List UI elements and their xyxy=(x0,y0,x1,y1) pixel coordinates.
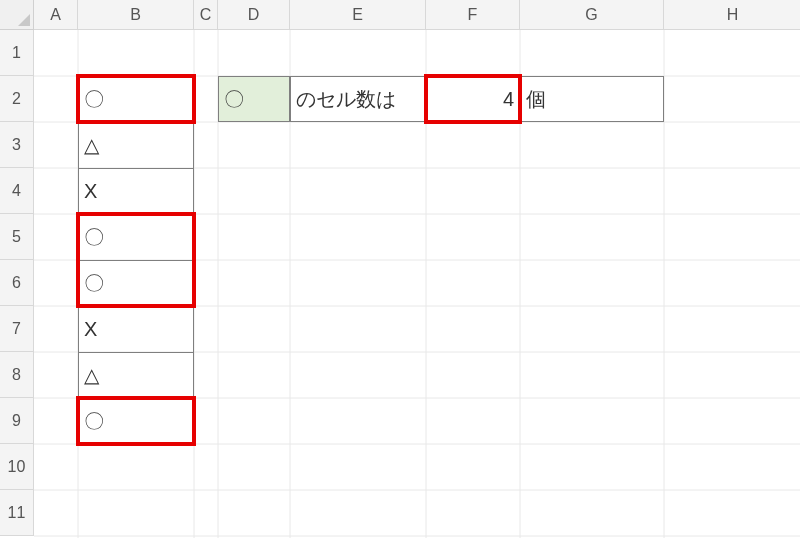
row-header-7[interactable]: 7 xyxy=(0,306,34,352)
col-header-E[interactable]: E xyxy=(290,0,426,30)
cell-B4[interactable]: X xyxy=(78,168,194,214)
row-header-6[interactable]: 6 xyxy=(0,260,34,306)
cell-E2[interactable]: のセル数は xyxy=(290,76,426,122)
cell-G2[interactable]: 個 xyxy=(520,76,664,122)
row-header-4[interactable]: 4 xyxy=(0,168,34,214)
cell-B8[interactable]: △ xyxy=(78,352,194,398)
col-header-F[interactable]: F xyxy=(426,0,520,30)
row-header-2[interactable]: 2 xyxy=(0,76,34,122)
cell-B5[interactable]: 〇 xyxy=(78,214,194,260)
col-header-C[interactable]: C xyxy=(194,0,218,30)
col-header-A[interactable]: A xyxy=(34,0,78,30)
row-header-11[interactable]: 11 xyxy=(0,490,34,536)
row-header-8[interactable]: 8 xyxy=(0,352,34,398)
select-all-corner[interactable] xyxy=(0,0,34,30)
cell-F2[interactable]: 4 xyxy=(426,76,520,122)
cell-B3[interactable]: △ xyxy=(78,122,194,168)
spreadsheet-grid[interactable]: ABCDEFGH1234567891011〇△X〇〇X△〇〇のセル数は4個 xyxy=(0,0,800,538)
col-header-B[interactable]: B xyxy=(78,0,194,30)
cell-B9[interactable]: 〇 xyxy=(78,398,194,444)
row-header-5[interactable]: 5 xyxy=(0,214,34,260)
svg-marker-0 xyxy=(18,14,30,26)
row-header-9[interactable]: 9 xyxy=(0,398,34,444)
cell-B7[interactable]: X xyxy=(78,306,194,352)
row-header-10[interactable]: 10 xyxy=(0,444,34,490)
row-header-3[interactable]: 3 xyxy=(0,122,34,168)
cell-B6[interactable]: 〇 xyxy=(78,260,194,306)
col-header-H[interactable]: H xyxy=(664,0,800,30)
cell-B2[interactable]: 〇 xyxy=(78,76,194,122)
row-header-1[interactable]: 1 xyxy=(0,30,34,76)
col-header-D[interactable]: D xyxy=(218,0,290,30)
col-header-G[interactable]: G xyxy=(520,0,664,30)
cell-D2[interactable]: 〇 xyxy=(218,76,290,122)
